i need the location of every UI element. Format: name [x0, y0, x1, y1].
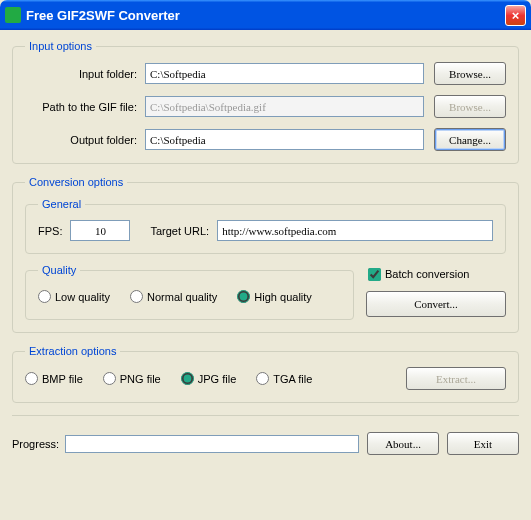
browse-gif-button: Browse... — [434, 95, 506, 118]
conversion-options-group: Conversion options General FPS: Target U… — [12, 176, 519, 333]
exit-button[interactable]: Exit — [447, 432, 519, 455]
target-url-field[interactable] — [217, 220, 493, 241]
quality-high-radio[interactable]: High quality — [237, 290, 311, 303]
browse-input-button[interactable]: Browse... — [434, 62, 506, 85]
png-label: PNG file — [120, 373, 161, 385]
target-url-label: Target URL: — [150, 225, 217, 237]
quality-normal-label: Normal quality — [147, 291, 217, 303]
window-title: Free GIF2SWF Converter — [26, 8, 505, 23]
output-folder-label: Output folder: — [25, 134, 145, 146]
gif-path-field — [145, 96, 424, 117]
progress-label: Progress: — [12, 438, 59, 450]
input-options-group: Input options Input folder: Browse... Pa… — [12, 40, 519, 164]
output-folder-field[interactable] — [145, 129, 424, 150]
change-output-button[interactable]: Change... — [434, 128, 506, 151]
jpg-radio[interactable]: JPG file — [181, 372, 237, 385]
about-button[interactable]: About... — [367, 432, 439, 455]
separator — [12, 415, 519, 416]
quality-group: Quality Low quality Normal quality High … — [25, 264, 354, 320]
batch-conversion-label: Batch conversion — [385, 268, 469, 280]
close-button[interactable]: × — [505, 5, 526, 26]
tga-label: TGA file — [273, 373, 312, 385]
batch-conversion-checkbox[interactable]: Batch conversion — [368, 268, 506, 281]
progress-bar — [65, 435, 359, 453]
general-legend: General — [38, 198, 85, 210]
quality-legend: Quality — [38, 264, 80, 276]
input-folder-field[interactable] — [145, 63, 424, 84]
convert-button[interactable]: Convert... — [366, 291, 506, 317]
titlebar: Free GIF2SWF Converter × — [0, 0, 531, 30]
extraction-options-group: Extraction options BMP file PNG file JPG… — [12, 345, 519, 403]
quality-low-label: Low quality — [55, 291, 110, 303]
bmp-radio[interactable]: BMP file — [25, 372, 83, 385]
app-icon — [5, 7, 21, 23]
fps-label: FPS: — [38, 225, 70, 237]
quality-low-radio[interactable]: Low quality — [38, 290, 110, 303]
fps-field[interactable] — [70, 220, 130, 241]
extract-button: Extract... — [406, 367, 506, 390]
png-radio[interactable]: PNG file — [103, 372, 161, 385]
jpg-label: JPG file — [198, 373, 237, 385]
input-folder-label: Input folder: — [25, 68, 145, 80]
tga-radio[interactable]: TGA file — [256, 372, 312, 385]
quality-high-label: High quality — [254, 291, 311, 303]
conversion-options-legend: Conversion options — [25, 176, 127, 188]
gif-path-label: Path to the GIF file: — [25, 101, 145, 113]
input-options-legend: Input options — [25, 40, 96, 52]
extraction-options-legend: Extraction options — [25, 345, 120, 357]
general-group: General FPS: Target URL: — [25, 198, 506, 254]
bmp-label: BMP file — [42, 373, 83, 385]
quality-normal-radio[interactable]: Normal quality — [130, 290, 217, 303]
